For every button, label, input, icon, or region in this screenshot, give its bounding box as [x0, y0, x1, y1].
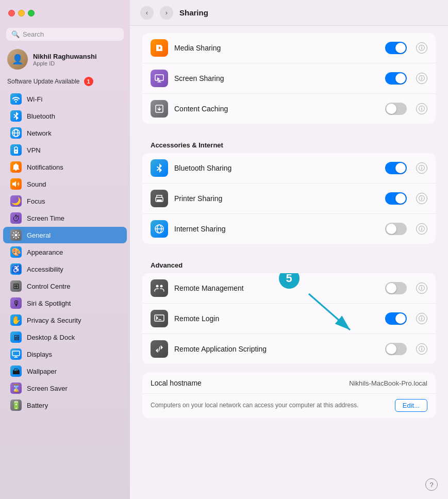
- sidebar-label-appearance: Appearance: [27, 248, 63, 256]
- close-button[interactable]: [8, 10, 15, 16]
- remote-login-toggle[interactable]: [385, 312, 407, 325]
- remote-management-info[interactable]: ⓘ: [416, 282, 427, 294]
- accessories-section-card: Bluetooth Sharing ⓘ Printer Sharing ⓘ: [142, 153, 436, 244]
- search-input[interactable]: [23, 30, 119, 38]
- internet-sharing-toggle[interactable]: [385, 223, 407, 235]
- back-button[interactable]: ‹: [140, 6, 154, 20]
- remote-scripting-info[interactable]: ⓘ: [416, 343, 427, 355]
- media-sharing-info[interactable]: ⓘ: [416, 42, 427, 54]
- advanced-section-card: Remote Management ⓘ Remote Login ⓘ: [142, 273, 436, 364]
- bluetooth-sharing-icon: [151, 159, 168, 177]
- sidebar-item-network[interactable]: Network: [3, 125, 127, 141]
- sidebar-item-siri[interactable]: 🎙 Siri & Spotlight: [3, 295, 127, 311]
- accessibility-icon: ♿: [10, 263, 22, 275]
- hostname-row: Local hostname Nikhils-MacBook-Pro.local: [142, 373, 436, 394]
- printer-sharing-toggle[interactable]: [385, 192, 407, 205]
- edit-button[interactable]: Edit...: [395, 399, 427, 412]
- screen-sharing-info[interactable]: ⓘ: [416, 73, 427, 84]
- sidebar-item-focus[interactable]: 🌙 Focus: [3, 193, 127, 209]
- displays-icon: [10, 348, 22, 360]
- remote-scripting-toggle[interactable]: [385, 343, 407, 355]
- remote-management-label: Remote Management: [174, 284, 379, 292]
- sidebar-item-wifi[interactable]: Wi-Fi: [3, 91, 127, 107]
- sidebar-item-control-centre[interactable]: ⊞ Control Centre: [3, 278, 127, 294]
- sidebar-item-sound[interactable]: Sound: [3, 176, 127, 192]
- advanced-section-header: Advanced: [142, 252, 436, 273]
- content-caching-info[interactable]: ⓘ: [416, 103, 427, 114]
- sidebar-label-screen-saver: Screen Saver: [27, 385, 68, 392]
- sidebar-item-battery[interactable]: 🔋 Battery: [3, 397, 127, 413]
- svg-point-4: [15, 151, 16, 152]
- sidebar-item-bluetooth[interactable]: Bluetooth: [3, 108, 127, 124]
- sidebar-item-screen-time[interactable]: ⏱ Screen Time: [3, 210, 127, 226]
- sidebar-label-privacy: Privacy & Security: [27, 317, 81, 324]
- minimize-button[interactable]: [18, 10, 25, 16]
- sidebar-label-sound: Sound: [27, 180, 46, 188]
- user-profile[interactable]: 👤 Nikhil Raghuwanshi Apple ID: [0, 46, 130, 75]
- media-sharing-toggle[interactable]: [385, 42, 407, 54]
- user-name: Nikhil Raghuwanshi: [33, 53, 97, 60]
- sidebar-titlebar: [0, 0, 130, 26]
- toggle-knob: [395, 163, 406, 173]
- appearance-icon: 🎨: [10, 246, 22, 258]
- content-caching-icon: [151, 100, 168, 118]
- sidebar-label-battery: Battery: [27, 402, 48, 409]
- screen-sharing-toggle[interactable]: [385, 72, 407, 85]
- media-sharing-label: Media Sharing: [174, 44, 379, 52]
- svg-rect-12: [157, 199, 162, 202]
- content-caching-toggle[interactable]: [385, 103, 407, 115]
- sidebar-label-wifi: Wi-Fi: [27, 95, 42, 103]
- remote-management-toggle[interactable]: [385, 282, 407, 294]
- sidebar-item-desktop[interactable]: 🖥 Desktop & Dock: [3, 329, 127, 345]
- avatar: 👤: [7, 49, 28, 70]
- sidebar-label-screen-time: Screen Time: [27, 214, 64, 222]
- remote-login-info[interactable]: ⓘ: [416, 313, 427, 324]
- forward-button[interactable]: ›: [160, 6, 173, 20]
- list-item: Screen Sharing ⓘ: [142, 63, 436, 94]
- bluetooth-sharing-info[interactable]: ⓘ: [416, 162, 427, 174]
- software-update[interactable]: Software Update Available 1: [0, 75, 130, 90]
- toggle-knob: [386, 104, 396, 114]
- toggle-knob: [395, 313, 406, 324]
- sidebar-item-screen-saver[interactable]: ⌛ Screen Saver: [3, 380, 127, 396]
- page-title: Sharing: [179, 8, 208, 17]
- sidebar-scroll: Wi-Fi Bluetooth Network VPN: [0, 90, 130, 499]
- sidebar-item-vpn[interactable]: VPN: [3, 142, 127, 158]
- toggle-knob: [386, 344, 396, 354]
- sidebar-item-wallpaper[interactable]: 🏔 Wallpaper: [3, 363, 127, 379]
- sidebar-item-privacy[interactable]: ✋ Privacy & Security: [3, 312, 127, 328]
- sidebar-item-accessibility[interactable]: ♿ Accessibility: [3, 261, 127, 277]
- list-item: Bluetooth Sharing ⓘ: [142, 153, 436, 184]
- sidebar-label-accessibility: Accessibility: [27, 265, 63, 273]
- top-section-card: Media Sharing ⓘ Screen Sharing ⓘ: [142, 33, 436, 124]
- search-bar[interactable]: 🔍: [6, 28, 124, 41]
- control-centre-icon: ⊞: [10, 280, 22, 292]
- sidebar-label-wallpaper: Wallpaper: [27, 368, 57, 375]
- local-hostname-section: Local hostname Nikhils-MacBook-Pro.local…: [142, 373, 436, 418]
- maximize-button[interactable]: [28, 10, 35, 16]
- internet-sharing-info[interactable]: ⓘ: [416, 223, 427, 235]
- traffic-lights: [8, 10, 35, 16]
- sidebar-item-notifications[interactable]: Notifications: [3, 159, 127, 175]
- sound-icon: [10, 178, 22, 190]
- main-titlebar: ‹ › Sharing: [130, 0, 448, 26]
- printer-sharing-info[interactable]: ⓘ: [416, 193, 427, 204]
- remote-scripting-icon: [151, 340, 168, 358]
- toggle-knob: [395, 193, 406, 204]
- sidebar-label-control-centre: Control Centre: [27, 282, 71, 290]
- hostname-desc-row: Computers on your local network can acce…: [142, 394, 436, 418]
- sidebar-item-displays[interactable]: Displays: [3, 346, 127, 362]
- user-info: Nikhil Raghuwanshi Apple ID: [33, 53, 97, 66]
- bluetooth-sharing-toggle[interactable]: [385, 162, 407, 174]
- toggle-knob: [395, 43, 406, 53]
- sidebar-item-general[interactable]: General: [3, 227, 127, 243]
- list-item: Content Caching ⓘ: [142, 94, 436, 124]
- vpn-icon: [10, 144, 22, 156]
- printer-sharing-label: Printer Sharing: [174, 194, 379, 203]
- sidebar-item-appearance[interactable]: 🎨 Appearance: [3, 244, 127, 260]
- sidebar-label-desktop: Desktop & Dock: [27, 334, 75, 341]
- help-button[interactable]: ?: [425, 478, 438, 491]
- printer-sharing-icon: [151, 190, 168, 207]
- bluetooth-icon: [10, 110, 22, 122]
- list-item: Media Sharing ⓘ: [142, 33, 436, 63]
